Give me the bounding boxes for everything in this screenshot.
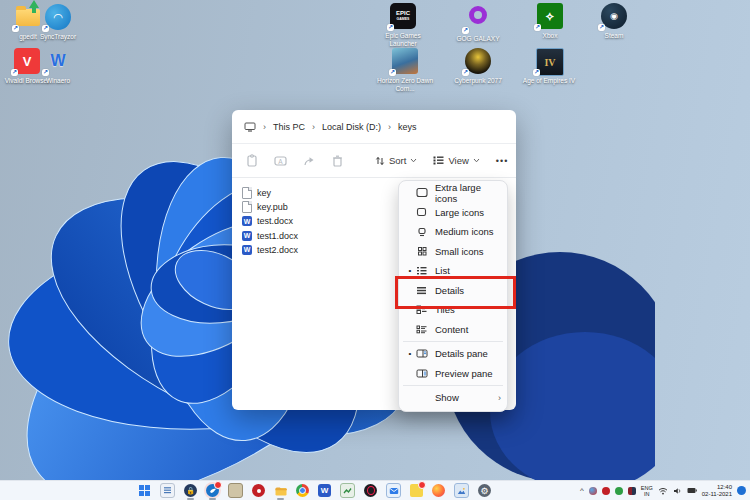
file-explorer-icon[interactable] — [274, 484, 287, 497]
shortcut-arrow-icon: ↗ — [12, 25, 19, 32]
notes-app-icon[interactable] — [160, 483, 175, 498]
desktop-icon-age-of-empires[interactable]: IV ↗ Age of Empires IV — [517, 48, 581, 85]
details-pane-icon — [415, 349, 428, 358]
delete-icon[interactable] — [332, 155, 343, 167]
share-icon[interactable] — [303, 155, 316, 167]
mail-icon[interactable] — [386, 483, 401, 498]
chevron-down-icon — [473, 158, 480, 163]
file-name: test2.docx — [257, 245, 298, 255]
file-name: test.docx — [257, 216, 293, 226]
shortcut-arrow-icon: ↗ — [11, 69, 18, 76]
view-button[interactable]: View — [433, 155, 479, 166]
breadcrumb-local-disk-d[interactable]: Local Disk (D:) — [322, 122, 381, 132]
file-icon — [242, 201, 252, 213]
desktop-icon-steam[interactable]: ◉ ↗ Steam — [582, 3, 646, 40]
breadcrumb-this-pc[interactable]: This PC — [273, 122, 305, 132]
breadcrumb-chevron: › — [263, 122, 266, 132]
desktop-icon-label: Winaero — [26, 77, 90, 85]
menu-item-label: Extra large icons — [435, 182, 501, 204]
desktop-icon-cyberpunk[interactable]: ↗ Cyberpunk 2077 — [446, 48, 510, 85]
green-app-icon[interactable] — [340, 483, 355, 498]
sort-button[interactable]: Sort — [375, 155, 417, 166]
volume-icon[interactable] — [673, 487, 682, 495]
tray-chevron-up-icon[interactable]: ^ — [580, 486, 584, 495]
preview-pane-icon — [415, 369, 428, 378]
menu-item-label: Medium icons — [435, 226, 501, 237]
menu-item-tiles[interactable]: Tiles — [399, 300, 507, 320]
word-doc-icon: W — [242, 245, 252, 255]
menu-item-label: Details pane — [435, 348, 501, 359]
menu-item-details-pane[interactable]: • Details pane — [399, 344, 507, 364]
desktop-icon-label: SyncTrayzor — [26, 33, 90, 41]
shortcut-arrow-icon: ↗ — [534, 24, 541, 31]
xbox-icon: ⟡ ↗ — [537, 3, 563, 29]
desktop-icon-label: Steam — [582, 32, 646, 40]
taskbar-icons: 🔒 W ⚙ — [138, 481, 491, 500]
menu-item-list[interactable]: • List — [399, 261, 507, 281]
word-doc-icon: W — [242, 231, 252, 241]
desktop-icon-synctrayzor[interactable]: ◠ ↗ SyncTrayzor — [26, 4, 90, 41]
menu-item-content[interactable]: Content — [399, 320, 507, 340]
desktop-icon-winaero[interactable]: W ↗ Winaero — [26, 48, 90, 85]
details-view-icon — [415, 286, 428, 295]
tray-app-icon-3[interactable] — [615, 487, 623, 495]
desktop-icon-label: Xbox — [518, 32, 582, 40]
archive-app-icon[interactable] — [228, 483, 243, 498]
battery-icon[interactable] — [687, 487, 697, 494]
menu-item-label: Tiles — [435, 304, 501, 315]
menu-item-label: List — [435, 265, 501, 276]
sort-arrows-icon — [375, 156, 385, 166]
taskbar: 🔒 W ⚙ ^ ENG IN — [0, 480, 750, 500]
menu-item-show[interactable]: Show › — [399, 388, 507, 408]
settings-gear-icon[interactable]: ⚙ — [478, 484, 491, 497]
menu-item-medium-icons[interactable]: Medium icons — [399, 222, 507, 242]
rename-icon[interactable]: A — [274, 155, 287, 167]
breadcrumb-keys[interactable]: keys — [398, 122, 417, 132]
thunderbird-icon[interactable] — [206, 484, 219, 497]
content-view-icon — [415, 325, 428, 334]
date: 02-11-2021 — [702, 491, 732, 498]
svg-text:A: A — [278, 157, 283, 164]
word-doc-icon: W — [242, 216, 252, 226]
file-name: test1.docx — [257, 231, 298, 241]
desktop-icon-gog-galaxy[interactable]: ↗ GOG GALAXY — [446, 3, 510, 43]
keepass-icon[interactable]: 🔒 — [184, 484, 197, 497]
submenu-chevron-icon: › — [498, 393, 501, 403]
windows-start-icon[interactable] — [138, 484, 151, 497]
tray-app-icon-4[interactable] — [628, 487, 636, 495]
notification-center-badge[interactable] — [737, 486, 746, 495]
breadcrumb-chevron: › — [388, 122, 391, 132]
menu-item-label: Show — [435, 392, 498, 403]
menu-item-preview-pane[interactable]: Preview pane — [399, 364, 507, 384]
desktop-icon-horizon-zero-dawn[interactable]: ↗ Horizon Zero Dawn Com... — [373, 48, 437, 92]
word-icon[interactable]: W — [318, 484, 331, 497]
photos-icon[interactable] — [454, 483, 469, 498]
paste-icon[interactable] — [246, 154, 258, 167]
tray-app-icon-2[interactable] — [602, 487, 610, 495]
desktop-icon-label: GOG GALAXY — [446, 35, 510, 43]
notification-badge — [418, 481, 426, 489]
language-indicator[interactable]: ENG IN — [641, 485, 653, 497]
firefox-icon[interactable] — [432, 484, 445, 497]
opera-gx-icon[interactable] — [364, 484, 377, 497]
list-view-icon — [415, 266, 428, 275]
sticky-notes-icon[interactable] — [410, 484, 423, 497]
desktop-icon-epic-games[interactable]: EPICGAMES ↗ Epic Games Launcher — [371, 3, 435, 47]
shortcut-arrow-icon: ↗ — [389, 69, 396, 76]
wifi-icon[interactable] — [658, 487, 668, 495]
see-more-button[interactable]: ••• — [496, 156, 508, 166]
chrome-icon[interactable] — [296, 484, 309, 497]
menu-item-large-icons[interactable]: Large icons — [399, 203, 507, 223]
menu-item-small-icons[interactable]: Small icons — [399, 242, 507, 262]
tray-app-icon-1[interactable] — [589, 487, 597, 495]
menu-item-extra-large-icons[interactable]: Extra large icons — [399, 183, 507, 203]
menu-item-details[interactable]: Details — [399, 281, 507, 301]
desktop-icon-xbox[interactable]: ⟡ ↗ Xbox — [518, 3, 582, 40]
menu-item-label: Preview pane — [435, 368, 501, 379]
red-app-icon[interactable] — [252, 484, 265, 497]
sync-blue-circle-icon: ◠ ↗ — [45, 4, 71, 30]
clock[interactable]: 12:40 02-11-2021 — [702, 484, 732, 498]
file-name: key — [257, 188, 271, 198]
desktop-icon-label: Age of Empires IV — [517, 77, 581, 85]
shortcut-arrow-icon: ↗ — [598, 24, 605, 31]
